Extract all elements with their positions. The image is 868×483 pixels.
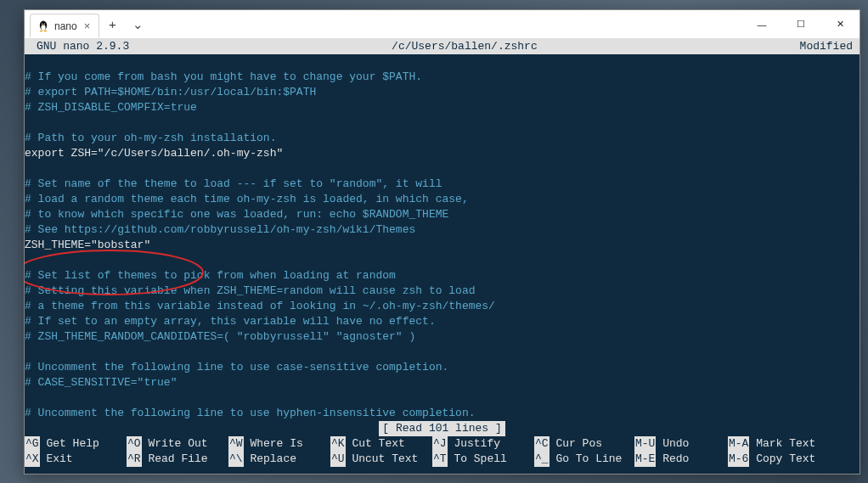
shortcut-item: ^\ Replace bbox=[228, 452, 330, 467]
close-button[interactable]: ✕ bbox=[820, 10, 860, 39]
editor-line bbox=[25, 115, 860, 131]
shortcut-item: ^T To Spell bbox=[432, 452, 534, 467]
shortcut-item: ^W Where Is bbox=[228, 436, 330, 452]
editor-line: # to know which specific one was loaded,… bbox=[25, 207, 860, 222]
shortcut-key: M-E bbox=[634, 452, 656, 467]
editor-line bbox=[25, 253, 860, 268]
shortcut-key: ^J bbox=[432, 436, 448, 452]
shortcut-label: Undo bbox=[656, 436, 689, 452]
nano-modified: Modified bbox=[800, 39, 860, 54]
shortcut-item: M-E Redo bbox=[634, 452, 728, 467]
shortcut-label: Where Is bbox=[244, 436, 303, 452]
maximize-button[interactable]: ☐ bbox=[781, 10, 820, 39]
shortcut-label: Write Out bbox=[142, 436, 208, 452]
shortcut-key: ^X bbox=[25, 452, 40, 467]
editor-line: # load a random theme each time oh-my-zs… bbox=[25, 192, 860, 207]
editor-line bbox=[25, 345, 860, 360]
shortcut-item: M-U Undo bbox=[634, 436, 728, 452]
shortcut-label: Uncut Text bbox=[346, 452, 419, 467]
editor-line bbox=[25, 54, 860, 70]
tab-nano[interactable]: nano × bbox=[30, 14, 99, 37]
svg-point-5 bbox=[44, 23, 45, 24]
shortcut-key: M-A bbox=[728, 436, 749, 452]
shortcut-label: Read File bbox=[142, 452, 208, 467]
titlebar: nano × + ⌄ — ☐ ✕ bbox=[25, 10, 860, 39]
svg-point-4 bbox=[42, 23, 42, 24]
editor-line: # Path to your oh-my-zsh installation. bbox=[25, 131, 860, 146]
penguin-icon bbox=[37, 20, 49, 32]
shortcut-item: ^C Cur Pos bbox=[534, 436, 634, 452]
editor-line: # Setting this variable when ZSH_THEME=r… bbox=[25, 284, 860, 299]
editor-line: # Uncomment the following line to use hy… bbox=[25, 406, 860, 421]
editor-line: # a theme from this variable instead of … bbox=[25, 299, 860, 314]
svg-point-8 bbox=[44, 30, 47, 31]
terminal-area[interactable]: GNU nano 2.9.3 /c/Users/ballen/.zshrc Mo… bbox=[25, 39, 860, 474]
editor-line: # Set name of the theme to load --- if s… bbox=[25, 177, 860, 192]
editor-line: # See https://github.com/robbyrussell/oh… bbox=[25, 222, 860, 238]
shortcut-key: ^\ bbox=[228, 452, 244, 467]
shortcut-item: ^J Justify bbox=[432, 436, 534, 452]
shortcut-label: Replace bbox=[244, 452, 296, 467]
shortcut-label: Copy Text bbox=[749, 452, 815, 467]
nano-filename: /c/Users/ballen/.zshrc bbox=[129, 39, 799, 54]
shortcut-key: M-6 bbox=[728, 452, 749, 467]
shortcut-key: ^K bbox=[330, 436, 346, 452]
editor-line: # If you come from bash you might have t… bbox=[25, 70, 860, 85]
shortcut-label: Get Help bbox=[40, 436, 99, 452]
shortcut-item: ^_ Go To Line bbox=[534, 452, 634, 467]
shortcut-item: ^U Uncut Text bbox=[330, 452, 432, 467]
shortcut-key: ^_ bbox=[534, 452, 550, 467]
nano-status-text: [ Read 101 lines ] bbox=[379, 421, 504, 436]
editor-line: export ZSH="/c/Users/ballen/.oh-my-zsh" bbox=[25, 146, 860, 161]
shortcut-key: ^G bbox=[25, 436, 40, 452]
editor-line: # export PATH=$HOME/bin:/usr/local/bin:$… bbox=[25, 85, 860, 100]
shortcut-key: ^U bbox=[330, 452, 346, 467]
new-tab-button[interactable]: + bbox=[99, 13, 125, 37]
nano-status: [ Read 101 lines ] bbox=[25, 421, 860, 436]
shortcut-label: Go To Line bbox=[550, 452, 623, 467]
shortcut-item: ^G Get Help bbox=[25, 436, 127, 452]
app-window: nano × + ⌄ — ☐ ✕ GNU nano 2.9.3 /c/Users… bbox=[24, 9, 860, 475]
shortcut-key: ^C bbox=[534, 436, 550, 452]
shortcut-label: Redo bbox=[656, 452, 689, 467]
shortcut-item: ^R Read File bbox=[127, 452, 228, 467]
shortcut-label: Exit bbox=[40, 452, 73, 467]
tab-close-button[interactable]: × bbox=[82, 20, 93, 32]
window-controls: — ☐ ✕ bbox=[742, 10, 860, 39]
editor-line bbox=[25, 390, 860, 406]
editor-body[interactable]: # If you come from bash you might have t… bbox=[25, 54, 860, 421]
shortcut-item: ^K Cut Text bbox=[330, 436, 432, 452]
editor-line: # ZSH_DISABLE_COMPFIX=true bbox=[25, 100, 860, 115]
nano-version: GNU nano 2.9.3 bbox=[25, 39, 129, 54]
svg-point-7 bbox=[40, 30, 42, 31]
tab-dropdown-button[interactable]: ⌄ bbox=[125, 13, 150, 37]
shortcut-key: ^W bbox=[228, 436, 244, 452]
nano-header: GNU nano 2.9.3 /c/Users/ballen/.zshrc Mo… bbox=[25, 39, 860, 54]
shortcut-key: ^T bbox=[432, 452, 448, 467]
tab-label: nano bbox=[54, 20, 77, 32]
editor-line bbox=[25, 161, 860, 177]
editor-line: # Uncomment the following line to use ca… bbox=[25, 360, 860, 375]
shortcut-label: Justify bbox=[448, 436, 500, 452]
shortcut-item: ^O Write Out bbox=[127, 436, 228, 452]
shortcut-label: Cur Pos bbox=[550, 436, 602, 452]
shortcut-item: ^X Exit bbox=[25, 452, 127, 467]
shortcut-label: To Spell bbox=[448, 452, 507, 467]
shortcut-item: M-A Mark Text bbox=[728, 436, 821, 452]
editor-line: # If set to an empty array, this variabl… bbox=[25, 314, 860, 329]
editor-line: # ZSH_THEME_RANDOM_CANDIDATES=( "robbyru… bbox=[25, 329, 860, 345]
shortcut-key: ^O bbox=[127, 436, 142, 452]
shortcut-key: ^R bbox=[127, 452, 142, 467]
minimize-button[interactable]: — bbox=[742, 10, 781, 39]
nano-shortcuts: ^G Get Help^O Write Out^W Where Is^K Cut… bbox=[25, 436, 860, 469]
editor-line: # Set list of themes to pick from when l… bbox=[25, 268, 860, 284]
shortcut-item: M-6 Copy Text bbox=[728, 452, 821, 467]
shortcut-key: M-U bbox=[634, 436, 656, 452]
editor-line: ZSH_THEME="bobstar" bbox=[25, 238, 860, 253]
shortcut-label: Cut Text bbox=[346, 436, 405, 452]
editor-line: # CASE_SENSITIVE="true" bbox=[25, 375, 860, 390]
shortcut-label: Mark Text bbox=[749, 436, 815, 452]
